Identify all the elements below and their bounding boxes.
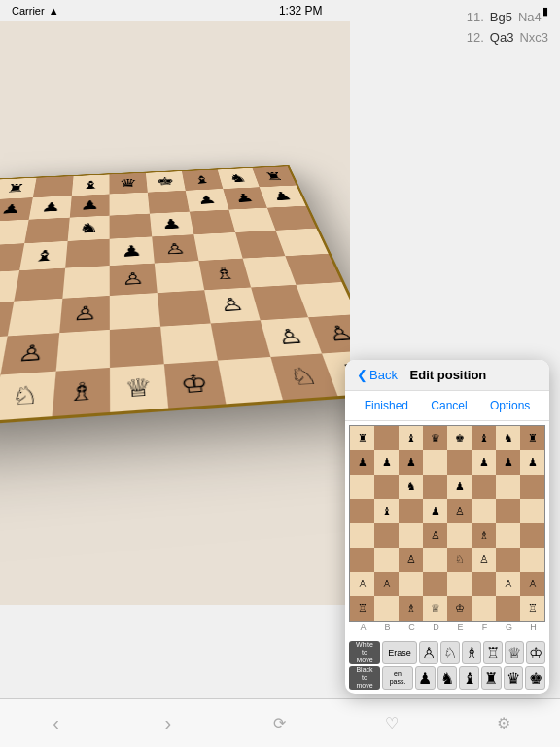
black-rook-button[interactable]: ♜: [481, 666, 502, 690]
mini-board-square[interactable]: ♟: [399, 450, 423, 475]
board-3d-square[interactable]: ♞: [67, 215, 110, 241]
favorite-button[interactable]: ♡: [368, 714, 416, 732]
mini-board-square[interactable]: ♙: [350, 572, 374, 596]
mini-board-square[interactable]: ♙: [472, 548, 496, 572]
black-pawn-button[interactable]: ♟: [415, 666, 436, 690]
mini-board-square[interactable]: ♝: [374, 499, 399, 523]
mini-board-square[interactable]: ♕: [423, 596, 447, 621]
white-queen-button[interactable]: ♕: [505, 641, 524, 664]
board-3d-square[interactable]: ♔: [164, 361, 226, 409]
board-3d-square[interactable]: ♝: [19, 241, 67, 270]
cancel-button[interactable]: Cancel: [427, 397, 471, 414]
board-3d-square[interactable]: [62, 266, 110, 299]
mini-board-square[interactable]: ♞: [496, 426, 520, 450]
mini-board-square[interactable]: [350, 523, 374, 548]
mini-board-square[interactable]: [350, 499, 374, 523]
mini-board-square[interactable]: ♖: [520, 596, 544, 621]
mini-board-square[interactable]: [423, 548, 447, 572]
board-3d-square[interactable]: [148, 191, 190, 214]
mini-board-square[interactable]: [447, 523, 472, 548]
board-3d-square[interactable]: [110, 326, 164, 368]
board-3d-square[interactable]: [14, 268, 65, 302]
mini-board-square[interactable]: [472, 572, 496, 596]
black-bishop-button[interactable]: ♝: [459, 666, 479, 690]
mini-board-square[interactable]: ♞: [399, 475, 423, 499]
mini-board-square[interactable]: ♙: [496, 572, 520, 596]
mini-chess-board[interactable]: ♜♝♛♚♝♞♜♟♟♟♟♟♟♞♟♝♟♙♙♗♙♘♙♙♙♙♙♖♗♕♔♖: [349, 425, 545, 622]
white-to-move-button[interactable]: WhitetoMove: [349, 641, 380, 664]
board-3d-square[interactable]: ♛: [110, 173, 148, 195]
board-3d-square[interactable]: [190, 209, 235, 234]
mini-board-square[interactable]: [423, 572, 447, 596]
board-3d-square[interactable]: [276, 229, 329, 256]
board-3d-square[interactable]: [55, 330, 110, 372]
board-3d-square[interactable]: [110, 293, 160, 330]
mini-board-square[interactable]: ♝: [472, 426, 496, 450]
mini-board-square[interactable]: ♗: [399, 596, 423, 621]
mini-board-square[interactable]: ♟: [374, 450, 399, 475]
board-3d-square[interactable]: ♙: [152, 234, 198, 263]
mini-board-square[interactable]: [350, 548, 374, 572]
back-button[interactable]: ❮ Back: [357, 368, 398, 382]
board-3d-square[interactable]: ♙: [0, 333, 59, 375]
mini-board-square[interactable]: ♔: [447, 596, 472, 621]
white-pawn-button[interactable]: ♙: [419, 641, 438, 664]
board-3d-square[interactable]: [110, 213, 152, 238]
mini-board-square[interactable]: [496, 499, 520, 523]
board-3d-square[interactable]: ♙: [110, 264, 158, 296]
mini-board-square[interactable]: ♙: [374, 572, 399, 596]
erase-button[interactable]: Erase: [382, 641, 417, 664]
board-3d-square[interactable]: ♟: [260, 185, 306, 207]
refresh-button[interactable]: ⟳: [256, 714, 304, 732]
forward-nav-button[interactable]: ›: [144, 712, 192, 734]
mini-board-square[interactable]: [447, 450, 472, 475]
mini-board-square[interactable]: [496, 475, 520, 499]
board-3d-square[interactable]: ♜: [253, 166, 297, 187]
mini-board-square[interactable]: ♟: [472, 450, 496, 475]
mini-board-square[interactable]: [472, 596, 496, 621]
board-3d-square[interactable]: ♟: [110, 237, 155, 267]
board-3d-square[interactable]: [160, 323, 218, 364]
mini-board-square[interactable]: ♛: [423, 426, 447, 450]
black-queen-button[interactable]: ♛: [504, 666, 524, 690]
mini-board-square[interactable]: ♙: [423, 523, 447, 548]
mini-board-square[interactable]: ♟: [447, 475, 472, 499]
mini-board-square[interactable]: ♟: [520, 450, 544, 475]
en-passant-button[interactable]: enpass.: [382, 666, 413, 690]
mini-board-square[interactable]: [374, 523, 399, 548]
board-3d-square[interactable]: [158, 290, 211, 326]
mini-board-square[interactable]: ♚: [447, 426, 472, 450]
board-3d-square[interactable]: [267, 205, 317, 230]
board-3d-square[interactable]: [24, 217, 69, 243]
mini-board-square[interactable]: ♟: [350, 450, 374, 475]
mini-board-square[interactable]: [496, 523, 520, 548]
board-3d-square[interactable]: [8, 299, 62, 336]
mini-board-square[interactable]: [350, 475, 374, 499]
mini-board-square[interactable]: ♗: [472, 523, 496, 548]
board-3d-square[interactable]: [155, 261, 204, 293]
board-3d-square[interactable]: [65, 239, 110, 268]
finished-button[interactable]: Finished: [361, 397, 412, 414]
mini-board-square[interactable]: [374, 475, 399, 499]
white-king-button[interactable]: ♔: [526, 641, 545, 664]
black-knight-button[interactable]: ♞: [438, 666, 458, 690]
board-3d-square[interactable]: ♙: [59, 296, 110, 333]
settings-button[interactable]: ⚙: [479, 714, 528, 732]
board-3d-square[interactable]: ♚: [146, 171, 186, 192]
mini-board-square[interactable]: [496, 596, 520, 621]
board-3d-square[interactable]: ♟: [69, 194, 109, 217]
mini-board-square[interactable]: [496, 548, 520, 572]
mini-board-square[interactable]: [423, 475, 447, 499]
board-3d-square[interactable]: ♘: [0, 372, 55, 421]
black-to-move-button[interactable]: Blacktomove: [349, 666, 380, 690]
board-3d-square[interactable]: ♜: [0, 178, 36, 199]
options-button[interactable]: Options: [486, 397, 534, 414]
board-3d-square[interactable]: [193, 232, 242, 261]
mini-board-square[interactable]: [472, 475, 496, 499]
mini-board-square[interactable]: ♜: [350, 426, 374, 450]
mini-board-square[interactable]: [423, 450, 447, 475]
mini-board-square[interactable]: [520, 523, 544, 548]
chess-board-3d[interactable]: ♜♝♛♚♝♞♜♟♟♟♟♟♟♞♟♝♟♙♙♗♙♙♙♙♙♙♖♘♗♕♔♘♖: [0, 165, 350, 429]
mini-board-square[interactable]: [399, 572, 423, 596]
mini-board-square[interactable]: [472, 499, 496, 523]
